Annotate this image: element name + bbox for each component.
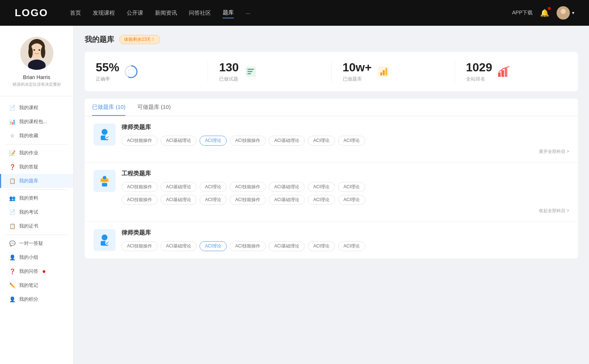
stat-rank-label: 全站排名 <box>466 76 492 82</box>
sidebar-item-points[interactable]: 👤 我的积分 <box>0 292 73 306</box>
header: LOGO 首页 发现课程 公开课 新闻资讯 问答社区 题库 ··· APP下载 … <box>0 0 589 26</box>
app-download-link[interactable]: APP下载 <box>512 10 533 16</box>
svg-rect-18 <box>247 73 251 74</box>
sidebar-item-course[interactable]: 📄 我的课程 <box>0 101 73 115</box>
question-red-dot <box>43 270 45 273</box>
stat-done-q-value: 130 <box>219 61 239 74</box>
nav-home[interactable]: 首页 <box>70 8 81 18</box>
tag-active[interactable]: ACI理论 <box>200 241 227 251</box>
tag[interactable]: ACI理论 <box>200 195 227 205</box>
stat-rank-value: 1029 <box>466 61 492 74</box>
svg-point-32 <box>103 176 106 179</box>
trial-badge: 体验剩余23天！ <box>119 35 160 44</box>
main-nav: 首页 发现课程 公开课 新闻资讯 问答社区 题库 ··· <box>70 8 512 18</box>
sidebar-item-profile[interactable]: 👥 我的资料 <box>0 191 73 205</box>
svg-rect-25 <box>505 68 507 77</box>
qbank-list: 律师类题库 ACI技能操作 ACI基础理论 ACI理论 ACI技能操作 ACI基… <box>85 116 578 258</box>
tag[interactable]: ACI理论 <box>308 195 335 205</box>
tag[interactable]: ACI理论 <box>338 195 365 205</box>
tag[interactable]: ACI理论 <box>308 136 335 146</box>
tag[interactable]: ACI理论 <box>200 182 227 192</box>
stat-accuracy-value: 55% <box>96 61 119 74</box>
nav-more[interactable]: ··· <box>246 8 250 18</box>
tag[interactable]: ACI基础理论 <box>269 182 305 192</box>
tag[interactable]: ACI基础理论 <box>161 241 197 251</box>
tag[interactable]: ACI技能操作 <box>121 182 158 192</box>
notification-bell[interactable]: 🔔 <box>540 8 549 17</box>
nav-open-course[interactable]: 公开课 <box>127 8 143 18</box>
nav-qa[interactable]: 问答社区 <box>189 8 211 18</box>
logo[interactable]: LOGO <box>15 7 48 19</box>
svg-rect-23 <box>498 72 501 77</box>
sidebar-item-course-pack[interactable]: 📊 我的课程包... <box>0 115 73 129</box>
stat-accuracy: 55% 正确率 <box>85 61 208 82</box>
collect-icon: ☆ <box>9 132 15 139</box>
sidebar-item-collect[interactable]: ☆ 我的收藏 <box>0 129 73 143</box>
user-avatar-menu[interactable]: ▾ <box>557 6 574 19</box>
sidebar-item-qa[interactable]: ❓ 我的答疑 <box>0 160 73 174</box>
tag-active[interactable]: ACI理论 <box>200 136 227 146</box>
tag[interactable]: ACI技能操作 <box>121 241 158 251</box>
tabs-and-list: 已做题库 (10) 可做题库 (10) <box>85 99 578 258</box>
points-icon: 👤 <box>9 296 15 303</box>
tab-available[interactable]: 可做题库 (10) <box>137 99 171 116</box>
tag[interactable]: ACI技能操作 <box>230 136 266 146</box>
header-avatar <box>557 6 570 19</box>
stats-card: 55% 正确率 130 已做试题 <box>85 52 578 91</box>
tag[interactable]: ACI理论 <box>308 241 335 251</box>
tag[interactable]: ACI基础理论 <box>161 182 197 192</box>
qbank-item-3: 律师类题库 ACI技能操作 ACI基础理论 ACI理论 ACI技能操作 ACI基… <box>85 222 578 258</box>
user-profile: Brian Harris 错误的决定比没有决定要好 <box>0 37 73 96</box>
qa-icon: ❓ <box>9 164 15 170</box>
svg-point-1 <box>561 9 566 14</box>
stat-done-q-label: 已做试题 <box>219 76 239 82</box>
expand-btn-2[interactable]: 收起全部科目 > <box>121 208 569 214</box>
tag[interactable]: ACI理论 <box>338 182 365 192</box>
tag[interactable]: ACI技能操作 <box>121 195 158 205</box>
sidebar-item-one-on-one[interactable]: 💬 一对一答疑 <box>0 236 73 250</box>
sidebar-item-homework[interactable]: 📝 我的作业 <box>0 146 73 160</box>
tag[interactable]: ACI技能操作 <box>230 241 266 251</box>
expand-btn-1[interactable]: 展开全部科目 > <box>121 149 569 155</box>
tag[interactable]: ACI基础理论 <box>161 195 197 205</box>
tag[interactable]: ACI技能操作 <box>230 182 266 192</box>
course-icon: 📄 <box>9 104 15 111</box>
exam-icon: 📄 <box>9 209 15 215</box>
svg-point-9 <box>28 46 33 58</box>
svg-point-34 <box>102 235 107 240</box>
tag[interactable]: ACI理论 <box>338 136 365 146</box>
qbank-item-1-title: 律师类题库 <box>121 124 569 131</box>
course-pack-icon: 📊 <box>9 118 15 125</box>
notes-icon: ✏️ <box>9 282 15 289</box>
sidebar-item-qbank[interactable]: 📋 我的题库 <box>0 174 73 188</box>
qbank-icon: 📋 <box>9 178 15 184</box>
tag[interactable]: ACI基础理论 <box>269 136 305 146</box>
tag[interactable]: ACI技能操作 <box>230 195 266 205</box>
tag[interactable]: ACI基础理论 <box>161 136 197 146</box>
sidebar-item-group[interactable]: 👤 我的小组 <box>0 250 73 264</box>
sidebar-item-question[interactable]: ❓ 我的问答 <box>0 264 73 278</box>
nav-news[interactable]: 新闻资讯 <box>155 8 177 18</box>
sidebar-item-cert[interactable]: 📋 我的证书 <box>0 219 73 233</box>
qbank-item-2: 工程类题库 ACI技能操作 ACI基础理论 ACI理论 ACI技能操作 ACI基… <box>85 163 578 222</box>
svg-rect-16 <box>247 69 254 70</box>
qbank-item-3-header: 律师类题库 ACI技能操作 ACI基础理论 ACI理论 ACI技能操作 ACI基… <box>94 229 569 251</box>
nav-discover[interactable]: 发现课程 <box>93 8 115 18</box>
nav-qbank[interactable]: 题库 <box>223 8 234 18</box>
tabs: 已做题库 (10) 可做题库 (10) <box>85 99 578 116</box>
tag[interactable]: ACI基础理论 <box>269 241 305 251</box>
svg-point-10 <box>33 49 35 51</box>
sidebar-item-notes[interactable]: ✏️ 我的笔记 <box>0 278 73 292</box>
tag[interactable]: ACI基础理论 <box>269 195 305 205</box>
tag[interactable]: ACI技能操作 <box>121 136 158 146</box>
sidebar-item-exam[interactable]: 📄 我的考试 <box>0 205 73 219</box>
stat-done-b-label: 已做题库 <box>343 76 372 82</box>
svg-rect-31 <box>100 181 109 182</box>
tag[interactable]: ACI理论 <box>308 182 335 192</box>
sidebar-menu: 📄 我的课程 📊 我的课程包... ☆ 我的收藏 📝 我的作业 ❓ 我的答疑 � <box>0 96 73 311</box>
svg-rect-17 <box>247 71 253 72</box>
qbank-item-2-icon <box>94 170 116 192</box>
tab-done[interactable]: 已做题库 (10) <box>92 99 126 116</box>
svg-point-8 <box>41 46 45 58</box>
tag[interactable]: ACI理论 <box>338 241 365 251</box>
